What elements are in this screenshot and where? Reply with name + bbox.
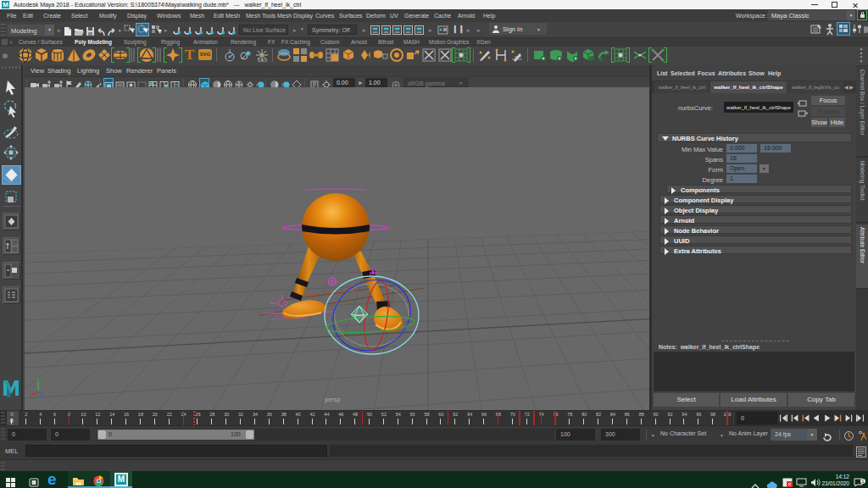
svg-text:y: y [36, 376, 39, 381]
svg-text:0,0,0: 0,0,0 [258, 58, 267, 63]
svg-text:persp: persp [325, 396, 341, 403]
